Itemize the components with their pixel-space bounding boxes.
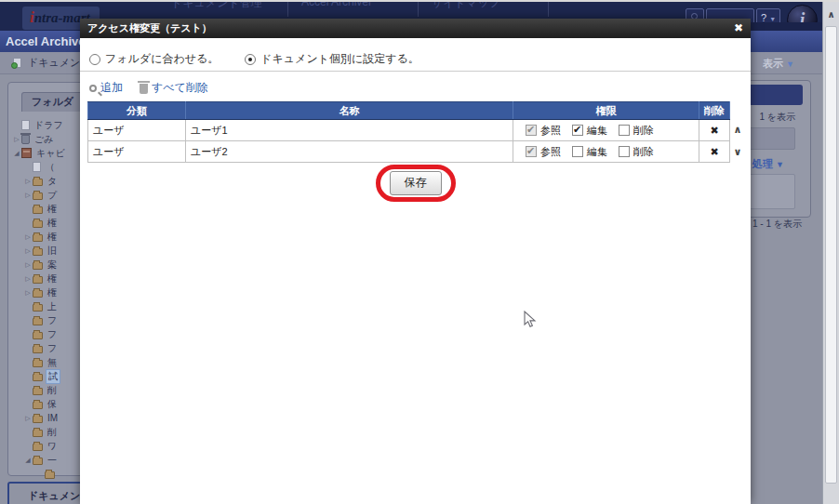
mouse-cursor — [524, 311, 537, 328]
dialog-title: アクセス権変更（テスト） — [87, 22, 212, 33]
checkbox-icon[interactable] — [619, 125, 630, 136]
category-cell: ユーザ — [88, 120, 186, 141]
search-icon — [89, 85, 97, 92]
result-count-top: 1 を表示 — [759, 111, 795, 124]
permission-checkbox-参照: 参照 — [526, 124, 561, 138]
global-nav-tab[interactable]: ドキュメント管理 — [158, 2, 288, 17]
col-header-delete: 削除 — [699, 102, 730, 120]
permission-checkbox-削除[interactable]: 削除 — [619, 145, 654, 159]
window-top-edge — [0, 0, 839, 2]
permission-checkbox-削除[interactable]: 削除 — [619, 124, 654, 138]
global-nav-tab[interactable]: サイトマップ — [419, 2, 549, 17]
folder-icon — [33, 234, 43, 242]
document-register-button[interactable]: ドキュメント — [13, 56, 91, 70]
tree-item-label: 削 — [46, 426, 59, 439]
radio-per-document[interactable]: ドキュメント個別に設定する。 — [245, 47, 420, 71]
permission-checkbox-編集[interactable]: 編集 — [572, 124, 607, 138]
nav-tab-label: サイトマップ — [432, 2, 500, 11]
tree-item-label: （ — [44, 161, 57, 174]
nav-tab-label: ドキュメント管理 — [171, 2, 262, 11]
access-rights-dialog: アクセス権変更（テスト） ✖ フォルダに合わせる。 ドキュメント個別に設定する。… — [80, 19, 751, 504]
add-link[interactable]: 追加 — [89, 80, 123, 96]
trash-icon — [140, 84, 148, 94]
checkbox-icon — [526, 146, 537, 157]
tree-item-label: 削 — [46, 384, 59, 397]
expand-right-icon: ▷ — [23, 261, 33, 269]
doc-icon — [21, 120, 30, 130]
folder-icon — [33, 388, 43, 395]
tree-item-label: タ — [46, 175, 59, 188]
permission-checkbox-参照: 参照 — [526, 145, 561, 159]
tree-item-label: 旧 — [46, 245, 59, 258]
caret-down-icon: ▼ — [786, 60, 794, 69]
doc-icon — [33, 162, 41, 172]
tree-item-label: 権 — [46, 286, 59, 299]
expand-right-icon: ▷ — [23, 247, 33, 255]
table-scroll-up-icon[interactable]: ∧ — [731, 124, 744, 136]
permission-row: ユーザユーザ2参照編集削除✖ — [88, 141, 730, 163]
checkbox-group: 参照編集削除 — [518, 124, 694, 138]
col-header-category: 分類 — [88, 102, 186, 120]
folder-icon — [33, 458, 43, 465]
scroll-up-icon[interactable]: ∧ — [823, 9, 839, 20]
permissions-cell: 参照編集削除 — [513, 120, 699, 141]
tree-item-label: 権 — [46, 217, 59, 230]
close-icon[interactable]: ✖ — [734, 19, 743, 38]
folder-icon — [33, 179, 43, 186]
process-dropdown[interactable]: 処理 ▼ — [752, 157, 784, 171]
permission-checkbox-編集[interactable]: 編集 — [572, 145, 607, 159]
view-dropdown[interactable]: 表示 ▼ — [763, 57, 794, 71]
expand-down-icon: ◢ — [23, 457, 33, 464]
nav-tab-label: Accel Archiver — [301, 2, 372, 8]
app-title: Accel Archiver — [6, 34, 90, 48]
expand-right-icon: ▷ — [23, 275, 33, 283]
tree-item-label: 無 — [46, 356, 59, 369]
radio-icon — [89, 54, 100, 65]
tree-item-label: フ — [46, 342, 59, 355]
tree-item-label: キャビ — [34, 147, 67, 160]
tree-item-label: 権 — [46, 203, 59, 216]
delete-all-link[interactable]: すべて削除 — [140, 80, 208, 96]
folder-icon — [33, 318, 43, 325]
permissions-cell: 参照編集削除 — [513, 141, 699, 163]
folder-icon — [33, 332, 43, 339]
delete-row-icon[interactable]: ✖ — [699, 120, 730, 141]
checkbox-icon[interactable] — [572, 125, 583, 136]
dialog-titlebar: アクセス権変更（テスト） ✖ — [80, 19, 751, 38]
document-add-icon — [13, 58, 21, 68]
checkbox-label: 参照 — [540, 145, 561, 159]
checkbox-icon[interactable] — [572, 146, 583, 157]
tree-item-label: 保 — [46, 398, 59, 411]
delete-row-icon[interactable]: ✖ — [699, 141, 730, 163]
folder-icon — [33, 346, 43, 353]
bottom-panel-title: ドキュメン — [28, 489, 80, 503]
checkbox-icon[interactable] — [619, 146, 630, 157]
tree-item-label: 一 — [46, 454, 59, 467]
checkbox-label: 参照 — [540, 124, 561, 138]
folder-icon — [33, 290, 43, 298]
tree-item-label: 上 — [46, 300, 59, 313]
expand-right-icon: ▷ — [23, 289, 33, 297]
folder-icon — [33, 206, 43, 214]
tree-item-label: IM — [46, 413, 60, 423]
scrollbar-thumb[interactable] — [825, 26, 837, 484]
expand-right-icon: ▷ — [23, 178, 33, 185]
dialog-body: フォルダに合わせる。 ドキュメント個別に設定する。 追加 すべて削除 — [80, 38, 751, 504]
tree-item-label: 案 — [46, 259, 59, 272]
tree-item-label: 権 — [46, 272, 59, 285]
radio-match-folder[interactable]: フォルダに合わせる。 — [89, 47, 219, 71]
save-button[interactable]: 保存 — [390, 171, 442, 195]
radio-icon — [245, 54, 256, 65]
expand-right-icon: ▷ — [23, 233, 33, 241]
tree-item-label: ドラフ — [33, 119, 65, 132]
folder-icon — [33, 402, 43, 409]
checkbox-label: 編集 — [587, 124, 607, 138]
permission-row: ユーザユーザ1参照編集削除✖ — [88, 120, 730, 141]
folder-icon — [45, 471, 55, 479]
expand-down-icon: ◢ — [12, 150, 21, 157]
table-scroll-down-icon[interactable]: ∨ — [731, 146, 744, 158]
global-nav-tab[interactable]: Accel Archiver — [288, 2, 419, 17]
global-nav-tabs: ドキュメント管理Accel Archiverサイトマップ — [158, 2, 549, 19]
tree-item-label: 権 — [46, 231, 59, 244]
browser-scrollbar[interactable]: ∧ — [822, 2, 839, 504]
